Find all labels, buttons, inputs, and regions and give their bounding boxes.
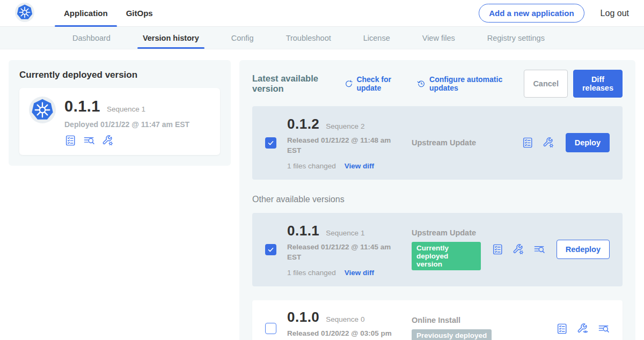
tab-application-label: Application — [64, 9, 108, 18]
deploy-button[interactable]: Deploy — [566, 133, 610, 152]
view-logs-icon[interactable] — [598, 323, 610, 335]
preflight-checklist-icon[interactable] — [64, 135, 76, 146]
view-config-icon[interactable] — [577, 323, 589, 335]
tab-gitops-label: GitOps — [126, 9, 153, 18]
subnav-license[interactable]: License — [363, 27, 390, 49]
subnav-version-history[interactable]: Version history — [143, 27, 199, 49]
version-source-label: Upstream Update — [412, 138, 511, 147]
currently-deployed-panel: Currently deployed version 0.1.1 Sequenc… — [9, 60, 231, 166]
version-number: 0.1.1 — [287, 223, 319, 239]
previously-deployed-badge: Previously deployed — [412, 329, 492, 340]
view-logs-icon[interactable] — [83, 135, 95, 146]
edit-config-icon[interactable] — [543, 137, 554, 149]
view-diff-link[interactable]: View diff — [345, 269, 374, 277]
main-content: Currently deployed version 0.1.1 Sequenc… — [0, 49, 644, 340]
view-diff-link[interactable]: View diff — [345, 162, 374, 170]
version-row-0-1-1: 0.1.1 Sequence 1 Released 01/21/22 @ 11:… — [252, 213, 623, 286]
currently-deployed-title: Currently deployed version — [19, 70, 220, 80]
logout-link[interactable]: Log out — [601, 9, 629, 18]
deployed-version-number: 0.1.1 — [64, 98, 100, 115]
configure-automatic-updates-link[interactable]: Configure automatic updates — [417, 75, 512, 92]
redeploy-button[interactable]: Redeploy — [557, 240, 610, 259]
files-changed-label: 1 files changed — [287, 162, 336, 170]
version-checkbox[interactable] — [265, 244, 276, 255]
version-checkbox[interactable] — [265, 323, 276, 334]
version-source-label: Upstream Update — [412, 228, 481, 237]
add-new-application-button[interactable]: Add a new application — [479, 4, 584, 23]
cancel-button[interactable]: Cancel — [524, 70, 568, 98]
version-source-label: Online Install — [412, 316, 545, 324]
released-timestamp: Released 01/21/22 @ 11:45 am EST — [287, 242, 392, 263]
sequence-label: Sequence 1 — [326, 229, 364, 237]
subnav-view-files[interactable]: View files — [422, 27, 455, 49]
preflight-checklist-icon[interactable] — [556, 323, 568, 335]
version-row-0-1-0: 0.1.0 Sequence 0 Released 01/20/22 @ 03:… — [252, 300, 623, 340]
version-checkbox[interactable] — [265, 137, 276, 149]
version-number: 0.1.0 — [287, 309, 319, 326]
sequence-label: Sequence 0 — [326, 315, 364, 323]
other-available-versions-title: Other available versions — [252, 195, 623, 204]
subnav-registry-settings[interactable]: Registry settings — [487, 27, 545, 49]
subnav-dashboard[interactable]: Dashboard — [72, 27, 111, 49]
files-changed-label: 1 files changed — [287, 269, 336, 277]
version-row-0-1-2: 0.1.2 Sequence 2 Released 01/21/22 @ 11:… — [252, 106, 623, 180]
kubernetes-logo-icon — [15, 3, 34, 24]
app-sub-navigation: Dashboard Version history Config Trouble… — [0, 27, 644, 49]
checkmark-icon — [267, 246, 275, 254]
preflight-checklist-icon[interactable] — [492, 243, 503, 255]
check-for-update-label: Check for update — [356, 75, 405, 92]
kubernetes-app-icon — [29, 97, 56, 146]
view-logs-icon[interactable] — [533, 243, 545, 255]
diff-releases-button[interactable]: Diff releases — [573, 70, 623, 98]
checkmark-icon — [267, 139, 275, 147]
subnav-troubleshoot[interactable]: Troubleshoot — [286, 27, 331, 49]
configure-automatic-updates-label: Configure automatic updates — [429, 75, 512, 92]
topnav-tabs: Application GitOps — [55, 0, 162, 27]
deployed-timestamp: Deployed 01/21/22 @ 11:47 am EST — [64, 120, 189, 129]
released-timestamp: Released 01/20/22 @ 03:05 pm EST — [287, 329, 392, 340]
deployed-version-card: 0.1.1 Sequence 1 Deployed 01/21/22 @ 11:… — [19, 88, 220, 155]
check-for-update-link[interactable]: Check for update — [345, 75, 406, 92]
edit-config-icon[interactable] — [102, 135, 114, 146]
subnav-config[interactable]: Config — [231, 27, 254, 49]
top-navigation: Application GitOps Add a new application… — [0, 0, 644, 27]
tab-application[interactable]: Application — [55, 0, 117, 27]
available-versions-panel: Latest available version Check for updat… — [239, 60, 635, 340]
deployed-sequence-label: Sequence 1 — [107, 105, 145, 113]
version-number: 0.1.2 — [287, 116, 319, 132]
edit-config-icon[interactable] — [513, 243, 524, 255]
sequence-label: Sequence 2 — [326, 122, 364, 130]
latest-available-title: Latest available version — [252, 73, 333, 94]
released-timestamp: Released 01/21/22 @ 11:48 am EST — [287, 136, 392, 156]
preflight-checklist-icon[interactable] — [522, 137, 533, 149]
currently-deployed-badge: Currently deployed version — [412, 242, 481, 270]
refresh-icon — [345, 78, 353, 89]
schedule-update-icon — [417, 78, 426, 89]
tab-gitops[interactable]: GitOps — [117, 0, 162, 27]
